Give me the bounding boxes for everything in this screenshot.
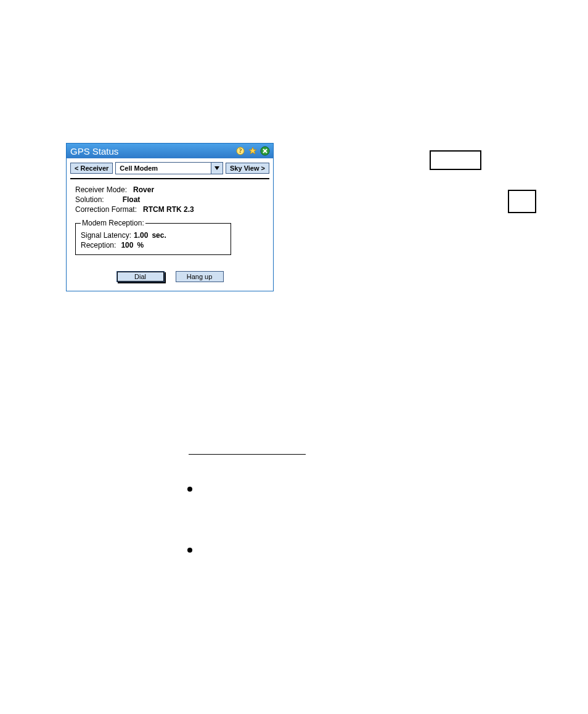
help-icon[interactable]: ? bbox=[235, 145, 246, 156]
empty-box bbox=[508, 190, 536, 213]
solution-row: Solution: Float bbox=[75, 195, 267, 204]
reception-value: 100 bbox=[121, 241, 133, 249]
bullet-icon bbox=[187, 548, 192, 553]
bullet-icon bbox=[187, 487, 192, 492]
reception-unit: % bbox=[137, 241, 144, 249]
receiver-mode-label: Receiver Mode: bbox=[75, 185, 127, 194]
chevron-down-icon[interactable] bbox=[211, 162, 223, 174]
signal-latency-value: 1.00 bbox=[134, 231, 148, 240]
modem-reception-legend: Modem Reception: bbox=[81, 219, 145, 227]
gps-status-dialog: GPS Status ? < Receive bbox=[66, 143, 274, 291]
favorite-icon[interactable] bbox=[247, 145, 258, 156]
dialog-body: Receiver Mode: Rover Solution: Float Cor… bbox=[67, 183, 273, 261]
close-icon[interactable] bbox=[259, 145, 271, 156]
signal-latency-row: Signal Latency: 1.00 sec. bbox=[81, 231, 226, 240]
correction-format-label: Correction Format: bbox=[75, 205, 137, 214]
next-skyview-button[interactable]: Sky View > bbox=[226, 163, 269, 174]
toolbar-divider bbox=[70, 178, 269, 179]
dial-button[interactable]: Dial bbox=[116, 271, 165, 282]
empty-box bbox=[430, 150, 481, 170]
reception-label: Reception: bbox=[81, 241, 116, 249]
svg-marker-2 bbox=[249, 147, 256, 154]
signal-latency-label: Signal Latency: bbox=[81, 231, 131, 240]
hangup-button[interactable]: Hang up bbox=[176, 271, 224, 282]
page: GPS Status ? < Receive bbox=[0, 0, 588, 714]
svg-text:?: ? bbox=[239, 147, 242, 154]
divider bbox=[189, 454, 306, 455]
solution-value: Float bbox=[123, 195, 141, 204]
correction-format-value: RTCM RTK 2.3 bbox=[143, 205, 194, 214]
view-select[interactable]: Cell Modem bbox=[115, 162, 223, 174]
receiver-mode-row: Receiver Mode: Rover bbox=[75, 185, 267, 194]
view-select-value: Cell Modem bbox=[115, 162, 211, 174]
solution-label: Solution: bbox=[75, 195, 104, 204]
dialog-footer: Dial Hang up bbox=[67, 261, 273, 291]
svg-marker-6 bbox=[214, 166, 219, 170]
titlebar: GPS Status ? bbox=[67, 144, 273, 158]
nav-toolbar: < Receiver Cell Modem Sky View > bbox=[67, 158, 273, 177]
dialog-title: GPS Status bbox=[70, 146, 234, 156]
signal-latency-unit: sec. bbox=[152, 231, 166, 240]
receiver-mode-value: Rover bbox=[133, 185, 154, 194]
prev-receiver-button[interactable]: < Receiver bbox=[70, 163, 113, 174]
modem-reception-group: Modem Reception: Signal Latency: 1.00 se… bbox=[75, 219, 231, 255]
correction-format-row: Correction Format: RTCM RTK 2.3 bbox=[75, 205, 267, 214]
reception-row: Reception: 100 % bbox=[81, 241, 226, 249]
